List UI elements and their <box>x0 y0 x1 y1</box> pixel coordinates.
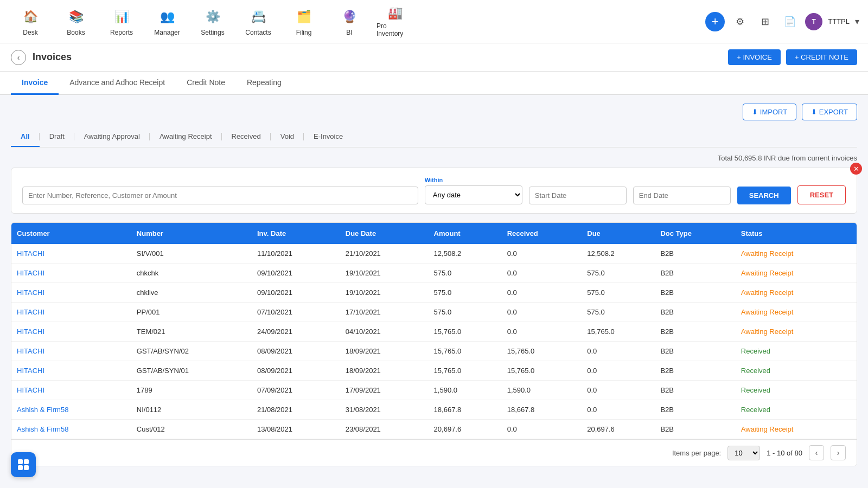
cell-due: 0.0 <box>582 361 655 381</box>
contacts-icon: 📇 <box>248 7 268 27</box>
tab-advance[interactable]: Advance and Adhoc Receipt <box>59 72 176 95</box>
cell-inv-date: 24/09/2021 <box>252 322 340 342</box>
export-button[interactable]: ⬇ EXPORT <box>802 104 857 120</box>
reset-button[interactable]: RESET <box>797 185 846 204</box>
nav-reports[interactable]: 📊 Reports <box>100 3 143 41</box>
table-row[interactable]: HITACHI PP/001 07/10/2021 17/10/2021 575… <box>11 303 857 322</box>
cell-due-date: 04/10/2021 <box>340 322 429 342</box>
customer-link[interactable]: HITACHI <box>17 249 44 258</box>
cell-number: TEM/021 <box>131 322 252 342</box>
top-navigation: 🏠 Desk 📚 Books 📊 Reports 👥 Manager ⚙️ Se… <box>0 0 868 43</box>
table-row[interactable]: HITACHI TEM/021 24/09/2021 04/10/2021 15… <box>11 322 857 342</box>
credit-note-button[interactable]: + CREDIT NOTE <box>786 49 857 65</box>
nav-bi[interactable]: 🔮 BI <box>328 3 371 41</box>
cell-number: chklive <box>131 283 252 303</box>
nav-desk-label: Desk <box>23 29 37 36</box>
cell-due-date: 18/09/2021 <box>340 361 429 381</box>
tab-repeating[interactable]: Repeating <box>236 72 292 95</box>
next-page-button[interactable]: › <box>831 445 846 460</box>
settings-icon-btn[interactable]: ⚙ <box>730 12 750 31</box>
back-button[interactable]: ‹ <box>11 50 26 65</box>
table-row[interactable]: HITACHI 1789 07/09/2021 17/09/2021 1,590… <box>11 381 857 400</box>
svg-rect-1 <box>24 459 29 464</box>
total-row: Total 50,695.8 INR due from current invo… <box>11 154 857 162</box>
widget-button[interactable] <box>11 452 36 475</box>
manager-icon: 👥 <box>157 7 177 27</box>
nav-filing[interactable]: 🗂️ Filing <box>282 3 326 41</box>
status-tab-received[interactable]: Received <box>222 127 271 147</box>
books-icon: 📚 <box>66 7 86 27</box>
invoice-button[interactable]: + INVOICE <box>728 49 781 65</box>
header-actions: + INVOICE + CREDIT NOTE <box>728 49 857 65</box>
customer-link[interactable]: Ashish & Firm58 <box>17 425 68 433</box>
cell-amount: 575.0 <box>429 264 502 283</box>
nav-contacts[interactable]: 📇 Contacts <box>237 3 280 41</box>
cell-amount: 15,765.0 <box>429 322 502 342</box>
start-date-field <box>529 178 627 204</box>
start-date-input[interactable] <box>529 187 627 204</box>
customer-link[interactable]: HITACHI <box>17 367 44 375</box>
close-search-button[interactable]: ✕ <box>850 163 862 175</box>
customer-link[interactable]: Ashish & Firm58 <box>17 406 68 414</box>
customer-link[interactable]: HITACHI <box>17 269 44 277</box>
user-avatar[interactable]: T <box>805 13 822 30</box>
cell-due-date: 18/09/2021 <box>340 342 429 361</box>
nav-manager[interactable]: 👥 Manager <box>145 3 189 41</box>
nav-books-label: Books <box>67 29 85 36</box>
customer-link[interactable]: HITACHI <box>17 386 44 394</box>
table-row[interactable]: Ashish & Firm58 Cust/012 13/08/2021 23/0… <box>11 420 857 439</box>
table-row[interactable]: HITACHI chkchk 09/10/2021 19/10/2021 575… <box>11 264 857 283</box>
cell-due-date: 17/09/2021 <box>340 381 429 400</box>
cell-number: SI/V/001 <box>131 244 252 264</box>
search-button[interactable]: SEARCH <box>737 187 791 204</box>
status-tab-e-invoice[interactable]: E-Invoice <box>304 127 353 147</box>
customer-link[interactable]: HITACHI <box>17 308 44 316</box>
tab-invoice[interactable]: Invoice <box>11 72 59 95</box>
cell-inv-date: 13/08/2021 <box>252 420 340 439</box>
nav-settings[interactable]: ⚙️ Settings <box>191 3 234 41</box>
status-tab-awaiting-receipt[interactable]: Awaiting Receipt <box>150 127 222 147</box>
prev-page-button[interactable]: ‹ <box>809 445 824 460</box>
cell-number: GST/AB/SYN/01 <box>131 361 252 381</box>
table-row[interactable]: HITACHI GST/AB/SYN/02 08/09/2021 18/09/2… <box>11 342 857 361</box>
status-tab-awaiting-approval[interactable]: Awaiting Approval <box>74 127 150 147</box>
customer-link[interactable]: HITACHI <box>17 347 44 355</box>
customer-link[interactable]: HITACHI <box>17 288 44 297</box>
total-text: Total 50,695.8 INR due from current invo… <box>718 154 857 162</box>
cell-amount: 18,667.8 <box>429 400 502 420</box>
table-row[interactable]: HITACHI GST/AB/SYN/01 08/09/2021 18/09/2… <box>11 361 857 381</box>
invoice-table: Customer Number Inv. Date Due Date Amoun… <box>11 223 857 439</box>
within-select[interactable]: Any date This week This month This quart… <box>425 185 522 204</box>
org-chevron-icon[interactable]: ▾ <box>855 16 859 27</box>
end-date-input[interactable] <box>633 187 731 204</box>
nav-pro-inventory[interactable]: 🏭 Pro Inventory <box>373 3 417 41</box>
tab-credit-note[interactable]: Credit Note <box>176 72 236 95</box>
svg-rect-0 <box>18 459 23 464</box>
table-row[interactable]: Ashish & Firm58 NI/0112 21/08/2021 31/08… <box>11 400 857 420</box>
cell-doc-type: B2B <box>655 420 735 439</box>
status-tab-draft[interactable]: Draft <box>40 127 74 147</box>
add-button[interactable]: + <box>705 12 725 31</box>
document-icon-btn[interactable]: 📄 <box>780 12 800 31</box>
table-row[interactable]: HITACHI chklive 09/10/2021 19/10/2021 57… <box>11 283 857 303</box>
cell-received: 15,765.0 <box>502 342 582 361</box>
cell-inv-date: 09/10/2021 <box>252 264 340 283</box>
cell-received: 1,590.0 <box>502 381 582 400</box>
cell-received: 0.0 <box>502 244 582 264</box>
customer-link[interactable]: HITACHI <box>17 328 44 336</box>
nav-bi-label: BI <box>346 29 352 36</box>
cell-status: Awaiting Receipt <box>736 420 857 439</box>
col-due: Due <box>582 223 655 244</box>
import-button[interactable]: ⬇ IMPORT <box>743 104 796 120</box>
status-tab-all[interactable]: All <box>11 127 40 147</box>
per-page-select[interactable]: 10 25 50 100 <box>727 446 760 460</box>
settings-icon: ⚙️ <box>203 7 222 27</box>
table-row[interactable]: HITACHI SI/V/001 11/10/2021 21/10/2021 1… <box>11 244 857 264</box>
nav-books[interactable]: 📚 Books <box>54 3 98 41</box>
status-tab-void[interactable]: Void <box>271 127 304 147</box>
cell-received: 0.0 <box>502 264 582 283</box>
search-input[interactable] <box>22 187 418 204</box>
grid-icon-btn[interactable]: ⊞ <box>755 12 775 31</box>
status-tabs: All Draft Awaiting Approval Awaiting Rec… <box>11 127 857 147</box>
nav-desk[interactable]: 🏠 Desk <box>9 3 52 41</box>
